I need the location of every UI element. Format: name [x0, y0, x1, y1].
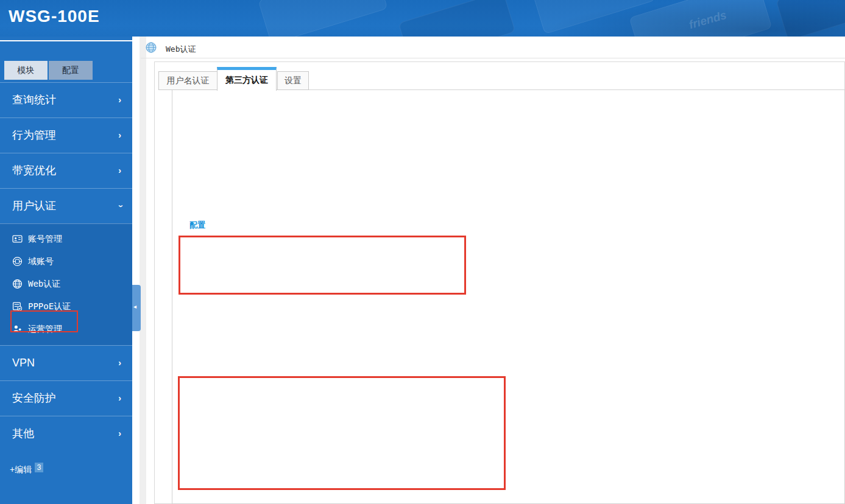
header-divider — [141, 58, 845, 58]
edit-count-badge: 3 — [35, 463, 43, 472]
web-globe-icon — [12, 279, 23, 289]
chevron-right-icon — [118, 118, 121, 153]
submenu-item-label: 域账号 — [28, 250, 54, 273]
annotation-box-web-auth — [10, 310, 78, 332]
globe-icon — [12, 256, 23, 267]
sidebar-item-query-stats[interactable]: 查询统计 — [0, 82, 132, 117]
tab-third-party-auth[interactable]: 第三方认证 — [217, 67, 277, 91]
submenu-item-account-mgmt[interactable]: 账号管理 — [0, 228, 132, 250]
sidebar-item-vpn[interactable]: VPN — [0, 345, 132, 380]
sidebar-item-label: 查询统计 — [12, 94, 56, 106]
chevron-right-icon — [118, 381, 121, 416]
chevron-right-icon — [118, 346, 121, 380]
submenu-item-domain-account[interactable]: 域账号 — [0, 250, 132, 273]
tab-username-auth[interactable]: 用户名认证 — [158, 71, 217, 90]
sidebar-item-other[interactable]: 其他 — [0, 416, 132, 451]
sidebar-tab-modules[interactable]: 模块 — [4, 61, 48, 80]
sidebar-item-label: 用户认证 — [12, 200, 56, 212]
keyboard-decoration — [258, 0, 387, 37]
globe-icon — [146, 42, 157, 53]
sidebar: 模块 配置 查询统计 行为管理 带宽优化 用户认证 账号 — [0, 37, 132, 504]
top-banner: friends — [0, 0, 845, 37]
sidebar-item-behavior[interactable]: 行为管理 — [0, 117, 132, 153]
sidebar-divider — [0, 40, 132, 41]
sidebar-item-label: 安全防护 — [12, 392, 56, 404]
edit-link[interactable]: +编辑 — [10, 464, 32, 475]
submenu-item-label: 账号管理 — [28, 228, 62, 250]
sidebar-menu: 查询统计 行为管理 带宽优化 用户认证 账号管理 — [0, 82, 132, 451]
brand-logo: WSG-100E — [9, 7, 100, 26]
sidebar-item-bandwidth[interactable]: 带宽优化 — [0, 153, 132, 188]
submenu-item-label: Web认证 — [28, 273, 60, 295]
keyboard-decoration — [398, 0, 516, 37]
sidebar-collapse-handle[interactable] — [132, 285, 141, 331]
sidebar-tab-config[interactable]: 配置 — [49, 61, 93, 80]
annotation-box-mas-settings — [178, 376, 506, 490]
sidebar-item-label: 其他 — [12, 427, 34, 439]
sidebar-item-user-auth[interactable]: 用户认证 — [0, 188, 132, 223]
chevron-down-icon — [104, 205, 138, 208]
chevron-right-icon — [118, 416, 121, 451]
sidebar-item-label: 带宽优化 — [12, 164, 56, 177]
wsg-admin-screen: friends WSG-100E 模块 配置 查询统计 行为管理 带宽优化 用户… — [0, 0, 845, 504]
id-card-icon — [12, 234, 23, 244]
chevron-right-icon — [118, 153, 121, 188]
sidebar-item-label: VPN — [12, 357, 35, 369]
chevron-right-icon — [118, 83, 121, 117]
sidebar-item-security[interactable]: 安全防护 — [0, 380, 132, 416]
submenu-item-web-auth[interactable]: Web认证 — [0, 273, 132, 295]
breadcrumb: Web认证 — [166, 44, 196, 55]
annotation-box-sms-settings — [179, 236, 466, 295]
sidebar-scroll-gutter — [140, 37, 146, 504]
sidebar-item-label: 行为管理 — [12, 129, 56, 141]
tab-settings[interactable]: 设置 — [277, 71, 309, 90]
config-legend: 配置 — [187, 220, 208, 231]
